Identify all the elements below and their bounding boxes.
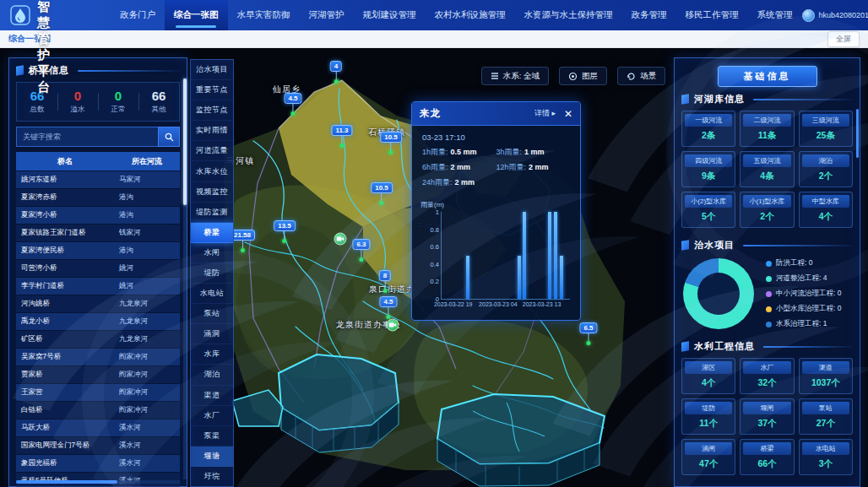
river-tile[interactable]: 五级河流4条 [740,151,794,187]
watersystem-filter-button[interactable]: 水系: 全域 [481,67,549,85]
layer-item-渠道[interactable]: 渠道 [191,386,233,406]
river-tile[interactable]: 一级河流2条 [681,111,735,147]
water-level-marker[interactable]: 8 [379,270,391,293]
layer-item-桥梁[interactable]: 桥梁 [191,223,233,243]
river-tile[interactable]: 湖泊2个 [799,151,853,187]
nav-item-9[interactable]: 系统管理 [748,0,802,30]
layer-item-河道流量[interactable]: 河道流量 [191,141,233,161]
layer-item-堤防监测[interactable]: 堤防监测 [191,203,233,223]
layer-item-湖泊[interactable]: 湖泊 [191,365,233,385]
table-row[interactable]: 夏家湾赤桥港沟 [16,189,180,206]
table-row[interactable]: 河沟姚桥九龙泉河 [16,295,180,312]
water-level-marker[interactable]: 4 [330,61,342,84]
layer-item-重要节点[interactable]: 重要节点 [191,80,233,100]
water-level-marker[interactable]: 11.3 [331,125,352,148]
layers-icon [568,72,578,81]
nav-item-5[interactable]: 农村水利设施管理 [426,0,515,30]
table-row[interactable]: 夏家镇路王家门道桥钱家河 [16,225,180,241]
nav-item-7[interactable]: 政务管理 [622,0,676,30]
works-tile[interactable]: 渠道1037个 [799,358,853,394]
river-tile[interactable]: 二级河流11条 [740,111,794,147]
table-row[interactable]: 司营湾小桥姚河 [16,260,180,277]
layer-item-水厂[interactable]: 水厂 [191,406,233,426]
works-tile[interactable]: 泵站27个 [799,398,853,435]
popup-detail-link[interactable]: 详情 ▸ [534,108,556,119]
works-tile[interactable]: 水厂32个 [740,358,794,394]
camera-icon[interactable] [387,319,399,332]
layer-item-水电站[interactable]: 水电站 [191,284,233,304]
works-tile[interactable]: 堰闸37个 [740,398,794,435]
layer-item-泵渠[interactable]: 泵渠 [191,426,233,446]
table-row[interactable]: 象园光福桥溪水河 [16,455,180,472]
river-tile[interactable]: 四级河流9条 [681,151,735,187]
layer-item-圩垸[interactable]: 圩垸 [191,467,233,487]
projects-section-title: 治水项目 [694,239,735,252]
layers-button[interactable]: 图层 [559,67,607,85]
table-vscroll-thumb[interactable] [183,78,187,205]
table-row[interactable]: 姚河东道桥马家河 [16,171,180,188]
layer-item-泵站[interactable]: 泵站 [191,304,233,324]
works-tile[interactable]: 涵闸47个 [681,439,735,475]
table-row[interactable]: 贾家桥阎家冲河 [16,366,180,383]
layer-item-水闸[interactable]: 水闸 [191,243,233,263]
nav-item-6[interactable]: 水资源与水土保持管理 [515,0,622,30]
marker-dot-icon [241,248,245,252]
river-tile[interactable]: 小(1)型水库2个 [740,192,794,228]
works-tile[interactable]: 堤防11个 [681,398,735,435]
table-hscroll-thumb[interactable] [16,480,117,484]
table-row[interactable]: 禹龙小桥九龙泉河 [16,313,180,330]
water-level-marker[interactable]: 10.5 [380,132,402,154]
search-button[interactable] [158,127,180,147]
marker-dot-icon [382,289,387,293]
water-level-marker[interactable]: 4.5 [379,296,397,319]
scene-button[interactable]: 场景 [617,67,665,85]
table-row[interactable]: 吴家窝7号桥阎家冲河 [16,349,180,365]
layer-item-治水项目[interactable]: 治水项目 [191,60,233,80]
table-row[interactable]: 国家电网理金门7号桥溪水河 [16,437,180,454]
layer-item-水库水位[interactable]: 水库水位 [191,161,233,181]
camera-icon[interactable] [334,233,347,246]
basic-info-button[interactable]: 基础信息 [718,66,817,87]
works-tile[interactable]: 灌区4个 [681,358,735,394]
works-tile[interactable]: 桥梁66个 [740,439,794,475]
water-level-marker[interactable]: 10.5 [371,182,393,205]
layer-item-涵洞[interactable]: 涵洞 [191,324,233,344]
works-tile[interactable]: 水电站3个 [799,439,853,475]
river-tile[interactable]: 中型水库4个 [799,192,853,228]
water-level-marker[interactable]: 4.5 [284,93,301,116]
rivers-section-title: 河湖库信息 [694,93,745,106]
layer-item-水库[interactable]: 水库 [191,344,233,365]
water-level-marker[interactable]: 13.5 [274,220,296,243]
table-row[interactable]: 白链桥阎家冲河 [16,402,180,419]
nav-item-0[interactable]: 政务门户 [111,0,165,30]
river-tile[interactable]: 三级河流25条 [799,111,853,147]
panel-scrollbar-thumb[interactable] [856,109,859,158]
table-row[interactable]: 夏家湾便民桥港沟 [16,242,180,259]
nav-item-4[interactable]: 规划建设管理 [354,0,426,30]
popup-header: 来龙 详情 ▸ ✕ [412,102,580,126]
layer-item-实时雨情[interactable]: 实时雨情 [191,121,233,141]
table-row[interactable]: 李学村门道桥姚河 [16,278,180,295]
fullscreen-button[interactable]: 全屏 [827,31,860,47]
layer-item-堰塘[interactable]: 堰塘 [191,446,233,467]
table-row[interactable]: 矿区桥九龙泉河 [16,331,180,348]
layer-item-监控节点[interactable]: 监控节点 [191,100,233,121]
rainfall-chart-ylabel: 雨量(m) [420,200,444,209]
layer-item-堤防[interactable]: 堤防 [191,263,233,284]
user-menu[interactable]: hkub42080201 [802,9,868,22]
nav-item-3[interactable]: 河湖管护 [300,0,354,30]
water-level-marker[interactable]: 6.3 [352,239,370,262]
table-row[interactable]: 王家营阎家冲河 [16,384,180,401]
river-tile[interactable]: 小(2)型水库5个 [681,192,735,228]
table-row[interactable]: 马跃大桥溪水河 [16,419,180,436]
layer-item-视频监控[interactable]: 视频监控 [191,182,233,203]
nav-item-8[interactable]: 移民工作管理 [676,0,748,30]
water-level-marker[interactable]: 6.5 [579,322,597,345]
bridge-name-cell: 夏家镇路王家门道桥 [16,225,114,241]
close-icon[interactable]: ✕ [564,109,572,119]
legend-label: 防洪工程: 0 [776,258,812,268]
nav-item-1[interactable]: 综合一张图 [165,0,228,30]
search-input[interactable] [16,127,158,147]
nav-item-2[interactable]: 水旱灾害防御 [228,0,300,30]
table-row[interactable]: 夏家湾小桥港沟 [16,207,180,224]
